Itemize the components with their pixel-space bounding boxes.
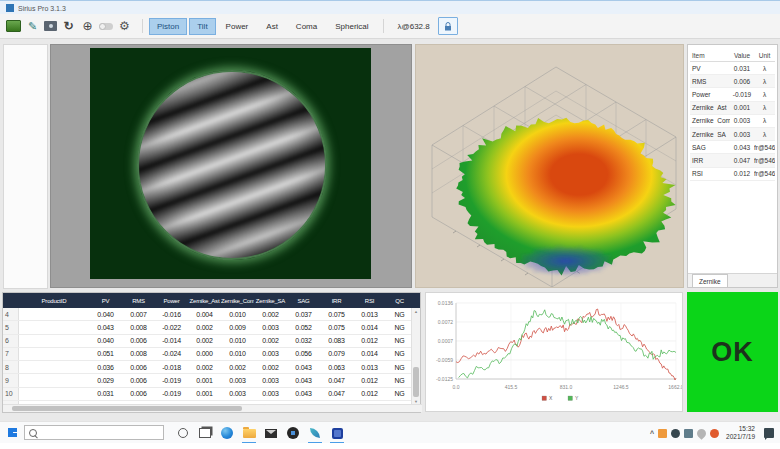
- task-view-icon[interactable]: [194, 422, 216, 444]
- tray-app5-icon[interactable]: [710, 429, 719, 438]
- term-button-piston[interactable]: Piston: [149, 18, 187, 35]
- svg-text:1662.0: 1662.0: [668, 384, 682, 390]
- results-col-productid[interactable]: ProductID: [19, 298, 89, 304]
- taskbar-app-icons: [172, 422, 348, 444]
- term-button-tilt[interactable]: Tilt: [189, 18, 215, 35]
- surface-3d-panel[interactable]: [415, 44, 684, 288]
- toolbar: PistonTiltPowerAstComaSpherical λ@632.8: [0, 14, 780, 39]
- results-col-zernike_sa[interactable]: Zernike_SA: [254, 298, 287, 304]
- stats-table-body: PV0.031λRMS0.006λPower-0.019λZernike_Ast…: [690, 62, 775, 181]
- action-center-icon[interactable]: [764, 428, 774, 438]
- tray-app1-icon[interactable]: [658, 429, 667, 438]
- stats-row-IRR: IRR0.047fr@546: [690, 154, 775, 167]
- zernike-term-buttons: PistonTiltPowerAstComaSpherical: [149, 18, 377, 35]
- tray-clock[interactable]: 15:32 2021/7/19: [726, 425, 755, 441]
- results-col-qc[interactable]: QC: [386, 298, 413, 304]
- results-horizontal-scrollbar[interactable]: [3, 404, 422, 412]
- term-button-coma[interactable]: Coma: [288, 18, 325, 35]
- svg-text:0.0: 0.0: [453, 384, 460, 390]
- stats-table-header: ItemValueUnit: [690, 50, 775, 62]
- start-button[interactable]: [8, 428, 17, 437]
- interferogram-aperture: [137, 70, 327, 260]
- svg-text:0.0007: 0.0007: [438, 338, 454, 344]
- results-table-body[interactable]: 40.0400.007-0.0160.0040.0100.0020.0370.0…: [3, 308, 420, 406]
- toolbar-separator: [142, 19, 143, 33]
- camera-icon[interactable]: [44, 21, 57, 31]
- lock-button[interactable]: [438, 17, 458, 35]
- stats-row-Zernike_Coma: Zernike_Coma0.003λ: [690, 115, 775, 128]
- horizontal-scroll-thumb[interactable]: [12, 406, 242, 411]
- lock-icon: [443, 21, 453, 32]
- stats-row-Zernike_Ast: Zernike_Ast0.001λ: [690, 102, 775, 115]
- qc-status-panel: OK: [687, 292, 778, 412]
- edge-icon[interactable]: [216, 422, 238, 444]
- results-col-zernike_ast[interactable]: Zernike_Ast: [188, 298, 221, 304]
- term-button-ast[interactable]: Ast: [258, 18, 286, 35]
- taskbar-search-input[interactable]: [24, 425, 164, 440]
- qc-status-text: OK: [711, 337, 754, 368]
- tray-app4-icon[interactable]: [695, 427, 708, 440]
- wavelength-label: λ@632.8: [398, 22, 430, 31]
- interferogram-panel: [50, 44, 412, 288]
- table-row[interactable]: 80.0360.006-0.0180.0020.0020.0020.0430.0…: [3, 361, 420, 374]
- file-explorer-icon[interactable]: [238, 422, 260, 444]
- results-col-rsi[interactable]: RSI: [353, 298, 386, 304]
- tab-zernike[interactable]: Zernike: [692, 274, 728, 287]
- open-image-icon[interactable]: [6, 20, 21, 32]
- results-vertical-scrollbar[interactable]: ▲ ▼: [411, 308, 420, 406]
- table-row[interactable]: 100.0310.006-0.0190.0010.0030.0030.0430.…: [3, 388, 420, 401]
- table-row[interactable]: 40.0400.007-0.0160.0040.0100.0020.0370.0…: [3, 308, 420, 321]
- toggle-icon[interactable]: [99, 23, 113, 30]
- title-bar[interactable]: Sirius Pro 3.1.3: [0, 0, 780, 15]
- interferogram-background: [90, 48, 371, 279]
- vertical-scroll-thumb[interactable]: [413, 367, 419, 397]
- term-button-power[interactable]: Power: [218, 18, 257, 35]
- scroll-up-arrow[interactable]: ▲: [412, 308, 420, 316]
- cortana-icon[interactable]: [172, 422, 194, 444]
- edit-icon[interactable]: [25, 19, 40, 33]
- results-table-panel: ProductIDPVRMSPowerZernike_AstZernike_Co…: [2, 292, 421, 413]
- zernike-stats-panel: ItemValueUnit PV0.031λRMS0.006λPower-0.0…: [687, 44, 778, 288]
- align-target-icon[interactable]: [80, 19, 95, 33]
- svg-text:X: X: [549, 395, 553, 401]
- profile-chart-panel[interactable]: 0.01360.00.0072415.50.0007831.0-0.005912…: [425, 292, 683, 412]
- search-icon: [29, 429, 37, 437]
- blue-app-icon[interactable]: [326, 422, 348, 444]
- term-button-spherical[interactable]: Spherical: [327, 18, 376, 35]
- table-row[interactable]: 60.0400.006-0.0140.0020.0100.0020.0320.0…: [3, 335, 420, 348]
- results-col-zernike_coma[interactable]: Zernike_Coma: [221, 298, 254, 304]
- results-col-rms[interactable]: RMS: [122, 298, 155, 304]
- table-row[interactable]: 50.0430.008-0.0220.0020.0090.0030.0520.0…: [3, 321, 420, 334]
- table-row[interactable]: 90.0290.006-0.0190.0010.0030.0030.0430.0…: [3, 374, 420, 387]
- feather-app-icon[interactable]: [304, 422, 326, 444]
- svg-text:0.0136: 0.0136: [438, 300, 454, 306]
- stats-table: ItemValueUnit PV0.031λRMS0.006λPower-0.0…: [690, 50, 775, 181]
- toolbar-icon-group: [6, 19, 136, 33]
- svg-text:-0.0059: -0.0059: [436, 357, 453, 363]
- stats-row-SAG: SAG0.043fr@546: [690, 141, 775, 154]
- surface-3d-plot: [416, 45, 683, 287]
- left-dock-panel: [3, 44, 48, 289]
- system-tray: ^ 15:32 2021/7/19: [650, 422, 774, 444]
- toolbar-separator: [383, 19, 384, 33]
- tray-app3-icon[interactable]: [684, 429, 693, 438]
- svg-text:1246.5: 1246.5: [613, 384, 629, 390]
- results-col-sag[interactable]: SAG: [287, 298, 320, 304]
- results-col-pv[interactable]: PV: [89, 298, 122, 304]
- profile-chart: 0.01360.00.0072415.50.0007831.0-0.005912…: [426, 293, 682, 411]
- results-col-irr[interactable]: IRR: [320, 298, 353, 304]
- table-row[interactable]: 70.0510.008-0.0240.0000.0100.0030.0560.0…: [3, 348, 420, 361]
- mail-icon[interactable]: [260, 422, 282, 444]
- results-col-power[interactable]: Power: [155, 298, 188, 304]
- desktop-edge: [0, 443, 780, 449]
- refresh-icon[interactable]: [61, 19, 76, 33]
- settings-gear-icon[interactable]: [117, 19, 132, 33]
- results-table-header: ProductIDPVRMSPowerZernike_AstZernike_Co…: [3, 293, 420, 308]
- photos-icon[interactable]: [282, 422, 304, 444]
- fringe-vignette: [139, 72, 325, 258]
- profile-series-Y: [459, 310, 676, 378]
- app-window: Sirius Pro 3.1.3 PistonTiltPowerAstComaS…: [0, 0, 780, 449]
- tray-app2-icon[interactable]: [671, 429, 680, 438]
- tray-expand-icon[interactable]: ^: [650, 430, 654, 437]
- stats-row-Zernike_SA: Zernike_SA0.003λ: [690, 128, 775, 141]
